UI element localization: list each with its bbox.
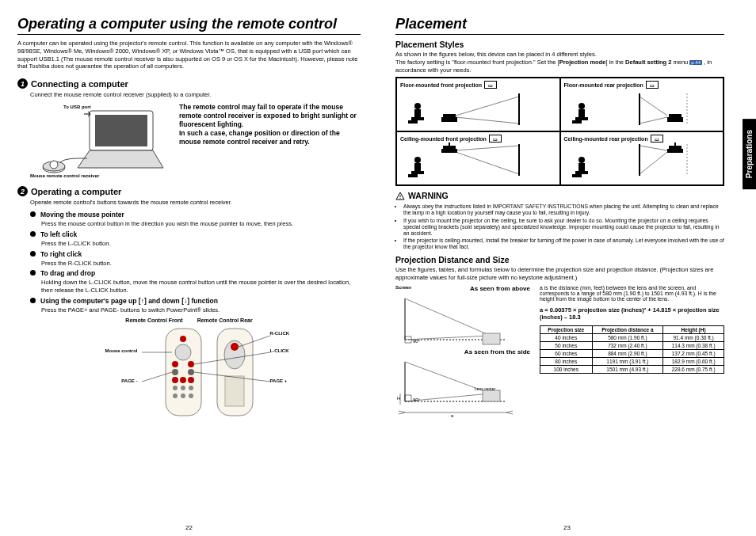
warn-line1: The remote control may fail to operate i… — [179, 103, 357, 128]
svg-rect-56 — [578, 163, 585, 171]
bullet-title: To drag and drop — [40, 269, 95, 277]
projection-row: Screen As seen from above 90° As seen fr… — [395, 285, 724, 418]
svg-rect-68 — [483, 333, 500, 344]
svg-rect-42 — [572, 120, 582, 124]
rclick-label: R-CLICK — [270, 331, 290, 336]
placement-grid: Floor-mounted front projection ▭ Floor-m… — [395, 77, 724, 186]
svg-point-15 — [180, 377, 186, 383]
step1-header: 1 Connecting a computer — [17, 78, 361, 89]
pageplus-label: PAGE + — [270, 378, 288, 383]
page-22: Operating a computer using the remote co… — [0, 0, 378, 536]
svg-point-13 — [188, 369, 194, 375]
svg-rect-74 — [483, 390, 500, 401]
warning-title: WARNING — [408, 191, 449, 200]
svg-rect-52 — [441, 149, 457, 153]
usb-label: To USB port — [63, 105, 91, 109]
svg-point-20 — [173, 393, 178, 398]
mouse-label: Mouse control — [105, 348, 137, 353]
proj-dist-text: Use the figures, tables, and formulas be… — [395, 266, 724, 282]
bullet-desc: Press the PAGE+ and PAGE- buttons to swi… — [41, 306, 361, 314]
step-number-2: 2 — [17, 186, 28, 196]
svg-point-6 — [50, 161, 58, 169]
bullet-title: Using the computer's page up [↑] and dow… — [40, 297, 218, 305]
lclick-label: L-CLICK — [270, 348, 289, 353]
projection-table: Projection sizeProjection distance aHeig… — [540, 325, 724, 374]
svg-rect-33 — [414, 109, 421, 117]
step2-header: 2 Operating a computer — [17, 186, 361, 196]
bullet-desc: Press the mouse control button in the di… — [41, 220, 361, 228]
placement-ceil-front: Ceiling-mounted front projection ▭ — [396, 131, 560, 185]
svg-rect-49 — [411, 171, 424, 174]
placement-floor-front: Floor-mounted front projection ▭ — [396, 78, 560, 131]
svg-point-9 — [175, 344, 191, 360]
svg-point-14 — [172, 377, 178, 383]
svg-text:H: H — [397, 396, 400, 401]
laptop-diagram: To USB port Mouse remote control receive… — [30, 103, 173, 178]
svg-rect-76 — [405, 395, 411, 401]
title-right: Placement — [395, 16, 724, 35]
warning-header: WARNING — [395, 191, 724, 202]
bullet-desc: Press the R-CLICK button. — [41, 260, 361, 268]
connect-diagram-row: To USB port Mouse remote control receive… — [30, 103, 361, 178]
bullet-title: To right click — [40, 250, 82, 258]
svg-rect-58 — [572, 174, 582, 177]
svg-rect-51 — [443, 146, 456, 149]
svg-text:90°: 90° — [413, 339, 421, 344]
svg-point-11 — [188, 361, 194, 367]
ps-text: As shown in the figures below, this devi… — [395, 51, 724, 74]
svg-point-8 — [180, 336, 186, 342]
svg-point-10 — [172, 361, 178, 367]
remote-front-label: Remote Control Front — [125, 317, 182, 323]
svg-point-22 — [189, 393, 193, 398]
bullet-title: To left click — [40, 230, 77, 238]
svg-point-18 — [181, 386, 185, 390]
bullet-title: Moving the mouse pointer — [40, 211, 124, 219]
step-number-1: 1 — [17, 78, 28, 89]
svg-text:Lens center: Lens center — [475, 386, 495, 391]
svg-point-25 — [231, 343, 239, 351]
page-number-22: 22 — [185, 524, 193, 531]
step1-desc: Connect the mouse remote control receive… — [30, 91, 361, 98]
receiver-label: Mouse remote control receiver — [30, 173, 99, 178]
preparations-tab: Preparations — [743, 119, 756, 189]
svg-point-32 — [414, 103, 421, 109]
warn-line2: In such a case, change position or direc… — [179, 129, 340, 146]
placement-styles-title: Placement Styles — [395, 40, 724, 49]
svg-rect-1 — [95, 115, 147, 146]
svg-rect-50 — [408, 174, 418, 177]
page-23: Placement Placement Styles As shown in t… — [378, 0, 756, 536]
svg-point-16 — [188, 377, 194, 383]
step1-title: Connecting a computer — [31, 79, 128, 89]
remote-diagram — [86, 325, 292, 428]
warning-item: If the projector is ceiling-mounted, ins… — [403, 238, 724, 250]
title-left: Operating a computer using the remote co… — [17, 16, 361, 35]
svg-rect-26 — [225, 376, 244, 406]
remote-rear-label: Remote Control Rear — [197, 317, 253, 323]
svg-rect-40 — [578, 109, 585, 117]
bullet-desc: Press the L-CLICK button. — [41, 240, 361, 248]
a-desc: a is the distance (mm, feet) between the… — [540, 285, 724, 302]
bullet-desc: Holding down the L-CLICK button, move th… — [41, 279, 361, 295]
svg-rect-34 — [411, 117, 424, 120]
pageminus-label: PAGE - — [121, 378, 137, 383]
receiver-warning: The remote control may fail to operate i… — [179, 103, 361, 178]
projection-diagrams: Screen As seen from above 90° As seen fr… — [395, 285, 530, 418]
a-dim: a — [451, 413, 454, 417]
bullet-list: Moving the mouse pointer Press the mouse… — [17, 211, 361, 314]
intro-text: A computer can be operated using the pro… — [17, 40, 361, 70]
placement-ceil-rear: Ceiling-mounted rear projection ▭ — [560, 131, 724, 185]
step2-title: Operating a computer — [31, 187, 121, 196]
svg-rect-35 — [408, 120, 418, 124]
svg-rect-48 — [414, 163, 421, 171]
svg-rect-37 — [443, 114, 456, 117]
proj-dist-title: Projection Distance and Size — [395, 255, 724, 264]
svg-rect-36 — [441, 117, 457, 122]
svg-point-47 — [414, 157, 421, 163]
svg-rect-60 — [667, 149, 683, 153]
warning-item: Always obey the instructions listed in I… — [403, 203, 724, 216]
page-ref-44: p.44 — [689, 60, 702, 65]
svg-rect-57 — [575, 171, 588, 174]
projection-table-col: a is the distance (mm, feet) between the… — [540, 285, 724, 418]
svg-rect-44 — [669, 114, 682, 117]
page-number-23: 23 — [563, 524, 571, 531]
